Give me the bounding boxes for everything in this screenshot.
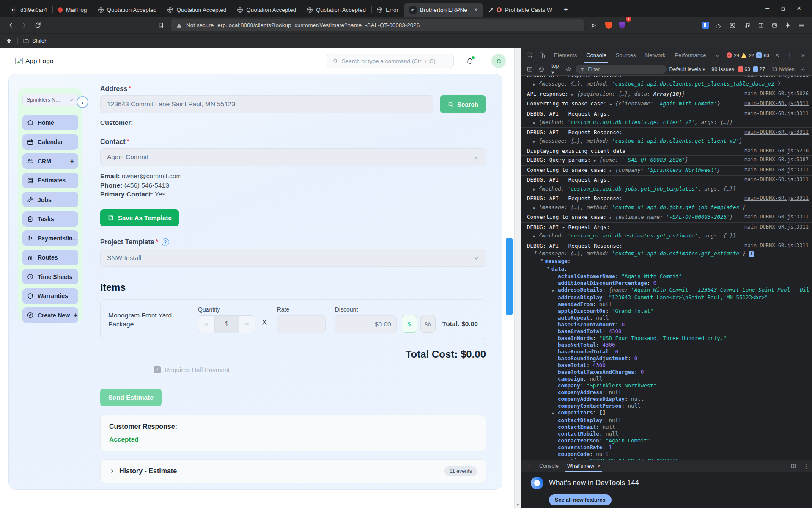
disclosure-arrow-icon[interactable]: ▶ xyxy=(552,410,558,417)
source-link[interactable]: main-DUBNX-6R.js:3311 xyxy=(744,224,809,231)
tab-elements[interactable]: Elements xyxy=(550,48,581,63)
drawer-tab-close-icon[interactable]: × xyxy=(597,463,600,469)
source-link[interactable]: main-DUBNX-6R.js:3311 xyxy=(744,100,809,107)
tab-performance[interactable]: Performance xyxy=(670,48,710,63)
add-icon[interactable]: + xyxy=(70,157,74,165)
source-link[interactable]: main-DUBNX-6R.js:3311 xyxy=(744,110,809,117)
info-count[interactable]: 63 xyxy=(764,53,769,58)
sidebar-item-tasks[interactable]: Tasks xyxy=(22,211,78,227)
console-filter-input[interactable]: Filter xyxy=(576,65,667,74)
see-all-features-button[interactable]: See all new features xyxy=(549,494,612,505)
quantity-increase-icon[interactable] xyxy=(239,316,255,333)
back-icon[interactable] xyxy=(4,19,17,32)
disclosure-arrow-icon[interactable]: ▶ xyxy=(571,91,577,98)
new-tab-button[interactable]: + xyxy=(558,3,574,17)
disclosure-arrow-icon[interactable]: ▶ xyxy=(594,157,599,164)
drawer-tab-whats-new[interactable]: What's new × xyxy=(563,460,605,472)
log-levels-select[interactable]: Default levels ▾ xyxy=(669,66,705,72)
company-select[interactable]: Sprinklers N... xyxy=(22,94,78,106)
browser-tab[interactable]: Quotation Accepted xyxy=(302,3,371,17)
disclosure-arrow-icon[interactable]: ▶ xyxy=(539,259,545,265)
project-template-select[interactable]: SNW Install xyxy=(100,249,486,267)
help-icon[interactable]: ? xyxy=(162,238,169,246)
disclosure-arrow-icon[interactable]: ▶ xyxy=(545,267,551,272)
source-link[interactable]: main-DUBNX-6R.js:3311 xyxy=(744,195,809,202)
discount-input[interactable]: $0.00 xyxy=(335,315,397,333)
console-log[interactable]: DEBUG: API - Request Response:main-DUBNX… xyxy=(521,76,812,460)
source-link[interactable]: main-DUBNX-6R.js:3311 xyxy=(744,243,809,249)
wallet-icon[interactable] xyxy=(768,19,781,32)
disclosure-arrow-icon[interactable]: ▶ xyxy=(532,251,539,257)
site-search-extension-icon[interactable] xyxy=(726,19,739,32)
drawer-tab-console[interactable]: Console xyxy=(535,460,563,472)
browser-tab[interactable]: Quotation Accepted xyxy=(162,3,232,17)
device-toolbar-icon[interactable] xyxy=(537,50,548,61)
share-icon[interactable] xyxy=(587,19,600,32)
disclosure-arrow-icon[interactable]: ▶ xyxy=(552,287,558,294)
disclosure-arrow-icon[interactable]: ▶ xyxy=(610,215,615,221)
source-link[interactable]: main-DUBNX-6R.js:3311 xyxy=(744,214,809,221)
eye-icon[interactable] xyxy=(564,64,573,75)
sidebar-item-jobs[interactable]: Jobs xyxy=(22,192,78,207)
disclosure-arrow-icon[interactable]: ▶ xyxy=(533,138,539,145)
devtools-menu-icon[interactable]: ⋮ xyxy=(785,50,796,61)
wallet-partner-icon[interactable] xyxy=(699,19,712,32)
contact-select[interactable]: Again Commit xyxy=(100,148,486,166)
disclosure-arrow-icon[interactable]: ▶ xyxy=(533,120,539,127)
disclosure-arrow-icon[interactable]: ▶ xyxy=(533,205,539,212)
search-button[interactable]: Search xyxy=(440,95,486,113)
info-icon[interactable]: i xyxy=(749,251,754,257)
menu-icon[interactable] xyxy=(795,19,808,32)
reload-icon[interactable] xyxy=(31,19,44,32)
scroll-down-arrow-icon[interactable]: ▼ xyxy=(515,503,521,507)
inspect-element-icon[interactable] xyxy=(525,50,536,61)
sidebar-item-warranties[interactable]: Warranties xyxy=(22,288,78,304)
custom-scrollbar-thumb[interactable] xyxy=(506,238,513,315)
sidebar-item-routes[interactable]: Routes xyxy=(22,250,78,265)
puzzle-extension-icon[interactable] xyxy=(713,19,725,32)
tab-network[interactable]: Network xyxy=(641,48,670,63)
source-link[interactable]: main-DUBNX-6R.js:3311 xyxy=(744,129,809,136)
disclosure-arrow-icon[interactable]: ▶ xyxy=(533,81,539,88)
history-section[interactable]: History - Estimate 11 events xyxy=(100,459,486,483)
discount-dollar-toggle[interactable]: $ xyxy=(402,315,417,333)
half-payment-checkbox[interactable]: ✓ xyxy=(154,366,161,373)
source-link[interactable]: main-DUBNX-6R.js:3311 xyxy=(744,177,809,183)
app-logo[interactable]: App Logo xyxy=(15,57,53,65)
quantity-decrease-icon[interactable] xyxy=(198,316,214,333)
minimize-button[interactable]: – xyxy=(765,5,769,12)
close-window-button[interactable]: × xyxy=(797,4,801,13)
clear-console-icon[interactable] xyxy=(537,64,546,75)
send-estimate-button[interactable]: Send Estimate xyxy=(100,389,162,406)
drawer-more-icon[interactable]: ⋮ xyxy=(803,463,809,469)
brave-shield-icon[interactable] xyxy=(602,19,615,32)
browser-tab[interactable]: e d3i9ei0ar4 xyxy=(4,3,52,17)
sidebar-item-home[interactable]: Home xyxy=(22,115,78,130)
tab-sources[interactable]: Sources xyxy=(612,48,640,63)
url-bar[interactable]: Not secure erp.local:8000/clients?lookup… xyxy=(171,19,584,31)
source-link[interactable]: main-DUBNX-6R.js:5387 xyxy=(744,157,809,163)
more-tabs-icon[interactable]: » xyxy=(711,48,723,63)
page-scrollbar[interactable]: ▼ xyxy=(514,48,521,508)
leo-ai-icon[interactable] xyxy=(782,19,794,32)
discount-percent-toggle[interactable]: % xyxy=(420,315,436,333)
sidebar-item-create-new[interactable]: Create New + xyxy=(22,307,78,323)
browser-tab[interactable]: Quotation Accepted xyxy=(93,3,162,17)
source-link[interactable]: main-DUBNX-6R.js:3311 xyxy=(744,76,809,78)
save-as-template-button[interactable]: Save As Template xyxy=(100,209,179,226)
add-icon[interactable]: + xyxy=(74,312,77,319)
tab-close-icon[interactable]: × xyxy=(474,6,477,13)
apps-grid-icon[interactable] xyxy=(6,38,12,44)
devtools-settings-icon[interactable] xyxy=(771,50,782,61)
sidebar-item-payments[interactable]: Payments/In... xyxy=(22,230,78,246)
sidebar-item-estimates[interactable]: Estimates xyxy=(22,173,78,188)
sidebar-item-time-sheets[interactable]: Time Sheets xyxy=(22,269,78,284)
source-link[interactable]: main-DUBNX-6R.js:5026 xyxy=(744,91,809,97)
disclosure-arrow-icon[interactable]: ▶ xyxy=(610,168,615,174)
source-link[interactable]: main-DUBNX-6R.js:3311 xyxy=(744,167,809,174)
tab-console[interactable]: Console xyxy=(582,48,611,63)
sidebar-item-calendar[interactable]: Calendar xyxy=(22,134,78,150)
sidebar-collapse-button[interactable]: ‹ xyxy=(77,96,88,108)
source-link[interactable]: main-DUBNX-6R.js:5210 xyxy=(744,148,809,155)
browser-tab[interactable]: MailHog xyxy=(52,3,93,17)
